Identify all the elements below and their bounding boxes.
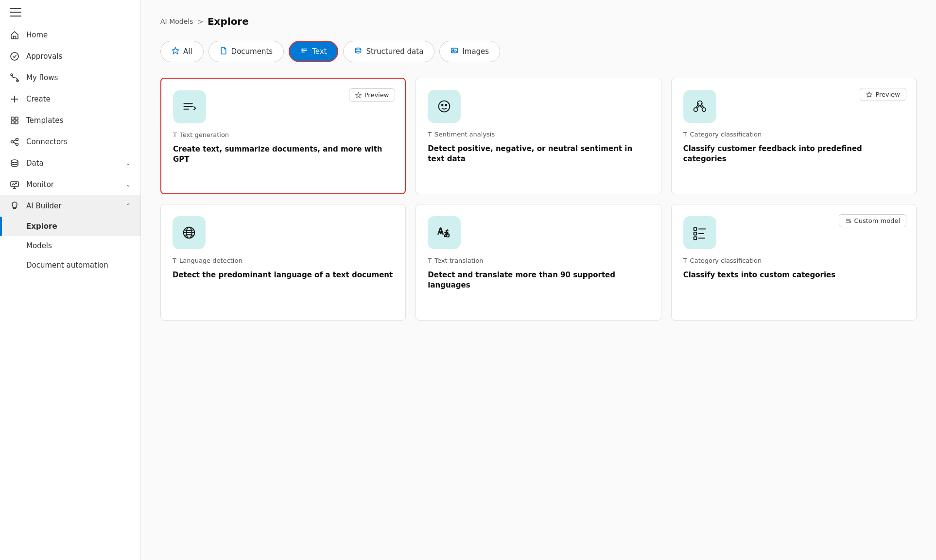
sidebar: Home Approvals My flows [0, 0, 141, 560]
card-title-6: Classify texts into custom categories [683, 270, 904, 280]
custom-model-badge: Custom model [839, 214, 906, 227]
data-icon [10, 158, 19, 168]
text-tab-icon: T [300, 47, 308, 56]
monitor-chevron-icon: ⌄ [126, 181, 131, 188]
svg-point-9 [11, 141, 14, 143]
sidebar-item-create[interactable]: Create [0, 88, 140, 110]
data-chevron-icon: ⌄ [126, 160, 131, 167]
sidebar-subitem-explore[interactable]: Explore [0, 217, 140, 236]
card-language-detection[interactable]: T Language detection Detect the predomin… [160, 204, 406, 321]
ai-builder-chevron-icon: ⌃ [126, 203, 131, 209]
svg-marker-21 [172, 48, 179, 54]
images-tab-icon [451, 47, 458, 56]
document-icon [220, 47, 227, 56]
svg-line-40 [700, 105, 702, 108]
svg-text:あ: あ [444, 230, 450, 238]
sidebar-item-myflows-label: My flows [26, 73, 131, 82]
connectors-icon [10, 137, 19, 147]
tab-images-label: Images [462, 47, 489, 56]
svg-text:T: T [301, 49, 304, 53]
svg-point-56 [849, 221, 851, 223]
card-title-3: Classify customer feedback into predefin… [683, 144, 904, 164]
sidebar-item-monitor-label: Monitor [26, 180, 119, 189]
tab-all-label: All [183, 47, 192, 56]
breadcrumb-parent[interactable]: AI Models [160, 17, 193, 25]
svg-rect-49 [693, 237, 696, 240]
flows-icon [10, 73, 19, 83]
card-custom-category[interactable]: Custom model T Category classification C… [671, 204, 917, 321]
svg-point-37 [693, 108, 697, 112]
sidebar-top [0, 0, 140, 24]
card-title-5: Detect and translate more than 90 suppor… [428, 270, 649, 290]
custom-category-icon-wrap [683, 216, 716, 249]
structured-data-icon [354, 47, 362, 56]
card-sentiment-analysis[interactable]: T Sentiment analysis Detect positive, ne… [416, 78, 661, 194]
card-text-translation[interactable]: A あ T Text translation Detect and transl… [416, 204, 661, 321]
tab-text-label: Text [312, 47, 327, 56]
svg-point-0 [11, 52, 18, 60]
svg-point-33 [439, 101, 450, 112]
sidebar-item-home-label: Home [26, 31, 131, 39]
card-category-2: T Sentiment analysis [428, 131, 649, 138]
sidebar-item-connectors-label: Connectors [26, 137, 131, 146]
hamburger-menu[interactable] [10, 8, 21, 17]
breadcrumb-separator: > [197, 17, 203, 26]
text-gen-icon-wrap [173, 90, 206, 123]
sidebar-subitem-models[interactable]: Models [0, 236, 140, 255]
svg-marker-41 [867, 92, 872, 97]
main-content: AI Models > Explore All Documents [141, 0, 936, 560]
sidebar-item-connectors[interactable]: Connectors [0, 131, 140, 153]
sidebar-item-home[interactable]: Home [0, 24, 140, 46]
tab-text[interactable]: T Text [289, 41, 338, 62]
svg-point-38 [702, 108, 706, 112]
sidebar-item-approvals[interactable]: Approvals [0, 46, 140, 67]
card-title-2: Detect positive, negative, or neutral se… [428, 144, 649, 164]
card-category-classification[interactable]: Preview T Category classification Classi… [671, 78, 917, 194]
sidebar-item-ai-builder[interactable]: AI Builder ⌃ [0, 195, 140, 217]
sidebar-item-data[interactable]: Data ⌄ [0, 153, 140, 174]
sidebar-item-approvals-label: Approvals [26, 52, 131, 61]
breadcrumb-current: Explore [208, 16, 249, 27]
svg-point-10 [16, 138, 18, 141]
tab-structured-data[interactable]: Structured data [343, 41, 434, 62]
svg-line-12 [14, 140, 16, 141]
tabs-bar: All Documents T Text [160, 41, 917, 62]
sidebar-item-templates-label: Templates [26, 116, 131, 125]
tab-documents[interactable]: Documents [208, 41, 284, 62]
sidebar-subitem-explore-label: Explore [26, 222, 57, 231]
svg-rect-5 [11, 117, 14, 120]
card-category-3: T Category classification [683, 131, 904, 138]
preview-badge-3-label: Preview [875, 91, 900, 98]
svg-rect-8 [15, 121, 18, 124]
card-title-4: Detect the predominant language of a tex… [173, 270, 394, 280]
approvals-icon [10, 51, 19, 61]
svg-line-13 [14, 142, 16, 144]
sidebar-item-monitor[interactable]: Monitor ⌄ [0, 174, 140, 195]
svg-rect-48 [693, 232, 696, 235]
svg-rect-47 [693, 228, 696, 231]
tab-documents-label: Documents [231, 47, 273, 56]
card-category-6: T Category classification [683, 257, 904, 264]
card-category-5: T Text translation [428, 257, 649, 264]
tab-all[interactable]: All [160, 41, 204, 62]
sidebar-item-templates[interactable]: Templates [0, 110, 140, 131]
svg-rect-6 [15, 117, 18, 120]
svg-point-11 [16, 143, 18, 146]
home-icon [10, 30, 19, 40]
sidebar-item-data-label: Data [26, 159, 119, 168]
sidebar-item-my-flows[interactable]: My flows [0, 67, 140, 88]
preview-badge-1-label: Preview [364, 91, 389, 99]
svg-point-14 [11, 160, 18, 163]
svg-rect-7 [11, 121, 14, 124]
translation-icon-wrap: A あ [428, 216, 461, 249]
sidebar-subitem-document-automation[interactable]: Document automation [0, 255, 140, 275]
card-title-1: Create text, summarize documents, and mo… [173, 144, 393, 165]
tab-images[interactable]: Images [439, 41, 500, 62]
breadcrumb: AI Models > Explore [160, 16, 917, 27]
card-category-4: T Language detection [173, 257, 394, 264]
svg-point-34 [442, 104, 443, 106]
custom-model-badge-label: Custom model [854, 217, 900, 224]
templates-icon [10, 116, 19, 125]
sidebar-subitem-models-label: Models [26, 241, 52, 250]
card-text-generation[interactable]: Preview T Text generation Create text, s… [160, 78, 406, 194]
